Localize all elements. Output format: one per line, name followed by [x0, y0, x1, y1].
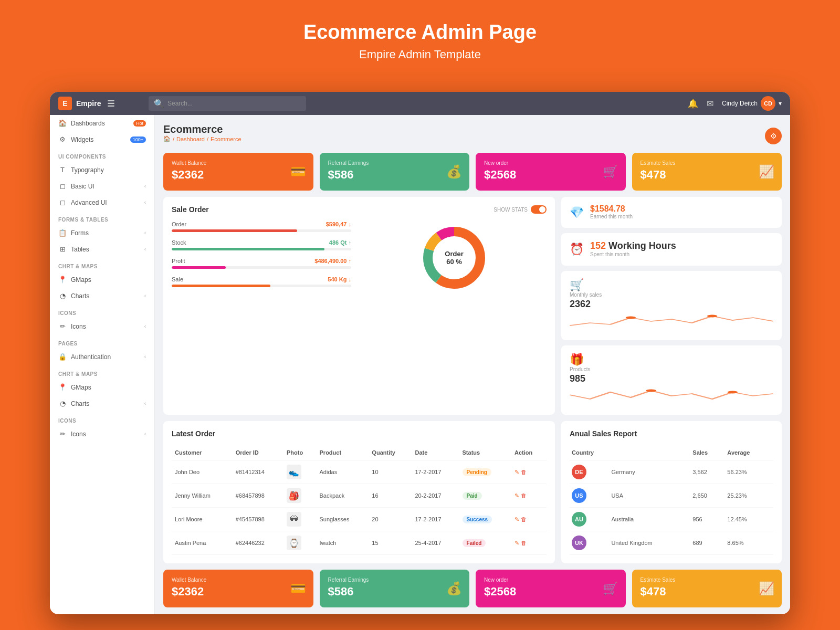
edit-icon[interactable]: ✎	[514, 540, 519, 546]
order-action[interactable]: ✎ 🗑	[511, 508, 547, 531]
stat-row-value: 540 Kg ↓	[328, 276, 351, 282]
working-hours-value: 152 Working Hours	[590, 240, 773, 251]
sidebar-label-authentication: Authentication	[71, 353, 111, 361]
earned-label: Earned this month	[590, 214, 773, 219]
sidebar-item-gmaps[interactable]: 📍 GMaps	[50, 271, 154, 288]
order-status: Success	[459, 508, 511, 531]
breadcrumb-current: Ecommerce	[211, 136, 242, 142]
order-quantity: 15	[369, 531, 412, 555]
sidebar-item-forms[interactable]: 📋 Forms‹	[50, 225, 154, 241]
order-action[interactable]: ✎ 🗑	[511, 484, 547, 508]
stat-row-value: $590,47 ↓	[326, 221, 351, 227]
country-avatar: AU	[572, 512, 586, 527]
sidebar-item-advanced-ui[interactable]: ◻ Advanced UI‹	[50, 194, 154, 211]
monthly-sales-value: 2362	[570, 299, 773, 310]
sidebar-item-widgets[interactable]: ⚙ Widgets100+	[50, 131, 154, 148]
edit-icon[interactable]: ✎	[514, 516, 519, 522]
stat-row-header: Sale 540 Kg ↓	[172, 276, 351, 282]
order-id: #68457898	[233, 484, 284, 508]
sidebar-item-typography[interactable]: T Typography	[50, 162, 154, 178]
sidebar-label-basic-ui: Basic UI	[71, 183, 94, 190]
settings-button[interactable]: ⚙	[765, 128, 782, 144]
right-stats: 💎 $1584.78 Earned this month ⏰ 152 Worki…	[561, 197, 782, 415]
stat-card-estimate: Estimate Sales $478 📈	[632, 153, 782, 191]
sale-stat-sale: Sale 540 Kg ↓	[172, 276, 351, 287]
progress-bar	[172, 266, 351, 269]
sale-order-content: Order $590,47 ↓ Stock 486 Qt ↑ Profit $4…	[172, 221, 547, 295]
sidebar-item-dashboards[interactable]: 🏠 DashboardsHot	[50, 115, 154, 131]
report-col-country: Country	[570, 445, 690, 460]
hamburger-menu[interactable]: ☰	[107, 99, 114, 109]
order-date: 17-2-2017	[412, 508, 459, 531]
logo-area: E Empire ☰	[58, 97, 142, 110]
edit-icon[interactable]: ✎	[514, 469, 519, 475]
breadcrumb-separator: /	[173, 136, 174, 142]
country-sales: 956	[690, 508, 725, 531]
donut-container: Order 60 %	[362, 221, 547, 295]
stat-card-new-order: New order $2568 🛒	[476, 153, 626, 191]
sidebar-label-typography: Typography	[71, 166, 104, 174]
order-photo: 👟	[284, 460, 317, 484]
delete-icon[interactable]: 🗑	[521, 516, 527, 522]
sidebar-item-gmaps2[interactable]: 📍 GMaps	[50, 379, 154, 395]
stat-card-label-referral2: Referral Earnings	[328, 577, 461, 583]
mail-icon[interactable]: ✉	[707, 99, 713, 109]
sidebar-item-basic-ui[interactable]: ◻ Basic UI‹	[50, 178, 154, 194]
donut-title: Order	[445, 250, 463, 258]
main-layout: 🏠 DashboardsHot⚙ Widgets100+UI Component…	[50, 115, 790, 614]
user-dropdown-icon[interactable]: ▾	[779, 100, 782, 107]
bottom-row: Latest Order CustomerOrder IDPhotoProduc…	[163, 421, 782, 563]
sidebar: 🏠 DashboardsHot⚙ Widgets100+UI Component…	[50, 115, 155, 614]
annual-report-header: Anual Sales Report	[570, 429, 773, 438]
user-info[interactable]: Cindy Deitch CD ▾	[722, 96, 782, 111]
sidebar-item-icons2[interactable]: ✏ Icons‹	[50, 426, 154, 442]
sidebar-item-charts2[interactable]: ◔ Charts‹	[50, 395, 154, 412]
order-quantity: 16	[369, 484, 412, 508]
sidebar-icon-tables: ⊞	[58, 245, 67, 253]
stat-card-value-wallet2: $2362	[172, 585, 305, 598]
sidebar-icon-dashboards: 🏠	[58, 119, 67, 127]
delete-icon[interactable]: 🗑	[521, 492, 527, 499]
search-bar[interactable]: 🔍	[149, 96, 306, 111]
edit-icon[interactable]: ✎	[514, 492, 519, 499]
report-table: CountrySalesAverage DE Germany 3,562 56.…	[570, 445, 773, 555]
table-row: Lori Moore #45457898 🕶 Sunglasses 20 17-…	[172, 508, 547, 531]
sidebar-label-dashboards: Dashboards	[71, 120, 105, 127]
sidebar-item-icons1[interactable]: ✏ Icons‹	[50, 318, 154, 334]
stat-card-label-wallet: Wallet Balance	[172, 160, 305, 166]
order-customer: Jenny William	[172, 484, 233, 508]
products-card: 🎁 Products 985	[561, 345, 782, 415]
sidebar-item-tables[interactable]: ⊞ Tables‹	[50, 241, 154, 257]
country-average: 25.23%	[725, 484, 773, 508]
sidebar-item-charts1[interactable]: ◔ Charts‹	[50, 288, 154, 304]
page-title: Ecommerce 🏠 / Dashboard / Ecommerce	[163, 123, 242, 149]
sidebar-chevron-icons1: ‹	[144, 323, 146, 329]
sidebar-label-gmaps2: GMaps	[71, 384, 91, 391]
order-col-quantity: Quantity	[369, 445, 412, 460]
progress-fill	[172, 266, 226, 269]
page-header: Ecommerce Admin Page Empire Admin Templa…	[0, 0, 840, 77]
donut-chart: Order 60 %	[417, 221, 491, 295]
order-action[interactable]: ✎ 🗑	[511, 460, 547, 484]
delete-icon[interactable]: 🗑	[521, 540, 527, 546]
sidebar-icon-authentication: 🔒	[58, 353, 67, 361]
stats-toggle[interactable]	[531, 205, 547, 214]
sidebar-chevron-basic-ui: ‹	[144, 183, 146, 189]
sidebar-icon-basic-ui: ◻	[58, 182, 67, 190]
report-col-average: Average	[725, 445, 773, 460]
country-average: 56.23%	[725, 460, 773, 484]
sidebar-label-icons2: Icons	[71, 430, 86, 438]
earned-content: $1584.78 Earned this month	[590, 204, 773, 220]
products-value: 985	[570, 373, 773, 384]
sidebar-icon-forms: 📋	[58, 229, 67, 237]
stat-row-header: Stock 486 Qt ↑	[172, 239, 351, 246]
order-action[interactable]: ✎ 🗑	[511, 531, 547, 555]
notification-icon[interactable]: 🔔	[688, 99, 698, 109]
stat-card-icon-estimate: 📈	[759, 164, 774, 179]
search-input[interactable]	[167, 100, 301, 107]
stat-row-label: Order	[172, 221, 186, 227]
country-name: United Kingdom	[609, 531, 690, 555]
delete-icon[interactable]: 🗑	[521, 469, 527, 475]
sidebar-item-authentication[interactable]: 🔒 Authentication‹	[50, 349, 154, 365]
stat-card-label-wallet2: Wallet Balance	[172, 577, 305, 583]
